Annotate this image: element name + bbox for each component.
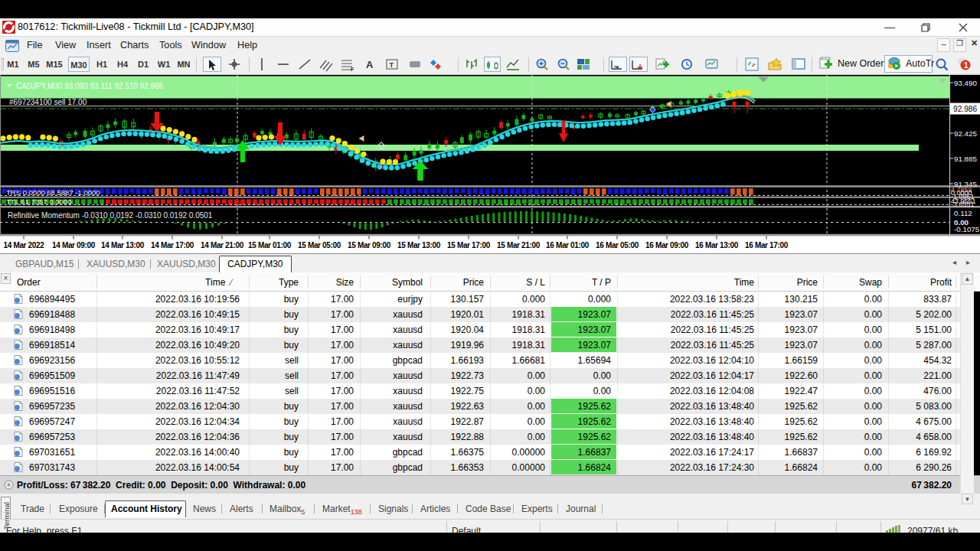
svg-text:15 Mar 05:00: 15 Mar 05:00 <box>298 241 341 249</box>
svg-text:16 Mar 09:00: 16 Mar 09:00 <box>645 241 689 249</box>
svg-text:92.986: 92.986 <box>953 105 977 113</box>
svg-text:CADJPY,M30 93.093 93.111 92.5: CADJPY,M30 93.093 93.111 92.510 92.986 <box>16 82 164 90</box>
svg-text:15 Mar 01:00: 15 Mar 01:00 <box>248 241 292 249</box>
svg-text:92.425: 92.425 <box>954 129 978 138</box>
svg-text:-3.6551: -3.6551 <box>951 201 975 208</box>
svg-text:16 Mar 01:00: 16 Mar 01:00 <box>546 241 590 249</box>
svg-text:1: 1 <box>964 61 969 70</box>
svg-text:#697234100 sell 17.00: #697234100 sell 17.00 <box>9 98 87 106</box>
svg-text:TTL 61.7357 0.0000: TTL 61.7357 0.0000 <box>6 197 71 206</box>
svg-text:16 Mar 13:00: 16 Mar 13:00 <box>695 241 739 249</box>
svg-text:14 Mar 09:00: 14 Mar 09:00 <box>52 241 96 249</box>
svg-text:TRS 0.0000 68.5887 -1.0000: TRS 0.0000 68.5887 -1.0000 <box>6 188 100 197</box>
svg-text:15 Mar 13:00: 15 Mar 13:00 <box>397 241 441 249</box>
svg-text:0.112: 0.112 <box>954 209 972 217</box>
svg-text:14 Mar 13:00: 14 Mar 13:00 <box>101 241 145 249</box>
svg-text:14 Mar 17:00: 14 Mar 17:00 <box>151 241 194 249</box>
svg-text:16 Mar 05:00: 16 Mar 05:00 <box>596 241 639 249</box>
svg-text:91.885: 91.885 <box>954 155 978 163</box>
svg-text:T: T <box>390 61 394 69</box>
svg-text:14 Mar 21:00: 14 Mar 21:00 <box>201 241 244 249</box>
svg-text:15 Mar 17:00: 15 Mar 17:00 <box>447 241 491 249</box>
svg-text:16 Mar 17:00: 16 Mar 17:00 <box>745 241 789 249</box>
svg-text:-0.1075: -0.1075 <box>954 225 980 233</box>
svg-text:A: A <box>366 59 374 70</box>
svg-text:14 Mar 2022: 14 Mar 2022 <box>4 241 45 249</box>
svg-text:F: F <box>351 67 354 72</box>
svg-text:93.490: 93.490 <box>954 79 978 87</box>
svg-text:15 Mar 21:00: 15 Mar 21:00 <box>497 241 541 249</box>
svg-text:15 Mar 09:00: 15 Mar 09:00 <box>348 241 391 249</box>
